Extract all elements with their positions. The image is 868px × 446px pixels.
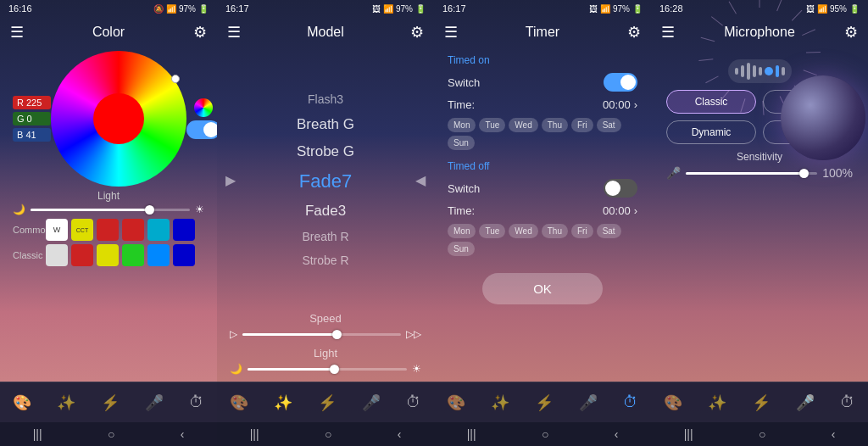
- nav-effects-icon-3[interactable]: ✨: [487, 390, 513, 415]
- day-tue-on[interactable]: Tue: [479, 118, 505, 132]
- model-fade3[interactable]: Fade3: [225, 198, 426, 225]
- day-fri-off[interactable]: Fri: [571, 224, 593, 238]
- sys-back-btn[interactable]: ‹: [181, 427, 185, 441]
- nav-power-icon[interactable]: ⚡: [97, 390, 123, 415]
- sys-back-btn-4[interactable]: ‹: [832, 427, 836, 441]
- timer-switch-row-2: Switch: [448, 179, 637, 198]
- ok-button[interactable]: OK: [482, 273, 603, 304]
- day-sun-off[interactable]: Sun: [448, 242, 475, 256]
- day-mon-on[interactable]: Mon: [448, 118, 476, 132]
- model-flash3[interactable]: Flash3: [225, 87, 426, 111]
- color-panel: 16:16 🔕 📶 97% 🔋 ☰ Color ⚙ R 225 G 0 B 41: [0, 0, 217, 446]
- swatch-blue[interactable]: [173, 219, 195, 241]
- model-strober[interactable]: Strobe R: [225, 248, 426, 272]
- light-slider-2[interactable]: [248, 368, 407, 371]
- light-slider[interactable]: [31, 209, 190, 211]
- nav-power-icon-2[interactable]: ⚡: [314, 390, 340, 415]
- nav-mic-icon-4[interactable]: 🎤: [793, 390, 818, 415]
- nav-mic-icon-3[interactable]: 🎤: [576, 390, 601, 415]
- timer-off-toggle[interactable]: [604, 179, 637, 198]
- timer-on-toggle[interactable]: [604, 73, 637, 92]
- svg-line-15: [729, 2, 737, 14]
- swatch-white[interactable]: [46, 244, 68, 266]
- day-sun-on[interactable]: Sun: [448, 136, 475, 150]
- model-strobeg[interactable]: Strobe G: [225, 138, 426, 165]
- sensitivity-slider[interactable]: [686, 172, 817, 175]
- day-fri-on[interactable]: Fri: [571, 118, 593, 132]
- nav-timer-icon-3[interactable]: ⏱: [620, 390, 642, 415]
- nav-effects-icon-4[interactable]: ✨: [704, 390, 730, 415]
- menu-icon-3[interactable]: ☰: [444, 23, 458, 42]
- day-sat-off[interactable]: Sat: [597, 224, 621, 238]
- settings-icon-3[interactable]: ⚙: [627, 23, 641, 42]
- sys-menu-btn-2[interactable]: |||: [250, 427, 259, 441]
- model-title: Model: [241, 25, 410, 40]
- mode-dynamic-btn[interactable]: Dynamic: [666, 120, 756, 144]
- nav-color-icon-3[interactable]: 🎨: [443, 390, 469, 415]
- nav-timer-icon[interactable]: ⏱: [186, 390, 208, 415]
- menu-icon[interactable]: ☰: [10, 23, 24, 42]
- sys-home-btn-2[interactable]: ○: [325, 427, 331, 441]
- color-wheel-container[interactable]: [51, 51, 186, 187]
- svg-line-12: [698, 59, 713, 61]
- nav-power-icon-4[interactable]: ⚡: [748, 390, 774, 415]
- color-wheel[interactable]: [51, 51, 186, 187]
- day-wed-off[interactable]: Wed: [509, 224, 537, 238]
- swatch-green[interactable]: [122, 244, 144, 266]
- swatch-red-1[interactable]: [97, 219, 119, 241]
- day-tue-off[interactable]: Tue: [479, 224, 505, 238]
- nav-timer-icon-2[interactable]: ⏱: [403, 390, 425, 415]
- day-thu-on[interactable]: Thu: [542, 118, 568, 132]
- sys-home-btn[interactable]: ○: [108, 427, 114, 441]
- swatch-cyan[interactable]: [147, 219, 170, 241]
- model-breathg[interactable]: Breath G: [225, 111, 426, 138]
- model-fade7[interactable]: Fade7: [225, 165, 426, 198]
- timer-time-value-1[interactable]: 00:00 ›: [603, 98, 637, 111]
- sensitivity-fill: [686, 172, 804, 175]
- swatch-red-2[interactable]: [122, 219, 144, 241]
- model-breathr[interactable]: Breath R: [225, 225, 426, 248]
- settings-icon-2[interactable]: ⚙: [410, 23, 424, 42]
- swatch-w[interactable]: W: [46, 219, 68, 241]
- menu-icon-2[interactable]: ☰: [227, 23, 241, 42]
- system-nav-4: ||| ○ ‹: [651, 422, 868, 446]
- nav-power-icon-3[interactable]: ⚡: [531, 390, 557, 415]
- swatch-darkblue[interactable]: [173, 244, 195, 266]
- day-mon-off[interactable]: Mon: [448, 224, 476, 238]
- settings-icon-4[interactable]: ⚙: [844, 23, 858, 42]
- sys-home-btn-4[interactable]: ○: [759, 427, 765, 441]
- settings-icon[interactable]: ⚙: [193, 23, 207, 42]
- rgb-values: R 225 G 0 B 41: [13, 96, 51, 142]
- sys-back-btn-3[interactable]: ‹: [615, 427, 619, 441]
- nav-effects-icon-2[interactable]: ✨: [270, 390, 296, 415]
- menu-icon-4[interactable]: ☰: [661, 23, 675, 42]
- bottom-nav-3: 🎨 ✨ ⚡ 🎤 ⏱: [434, 382, 651, 422]
- swatch-cct[interactable]: CCT: [71, 219, 93, 241]
- sys-home-btn-3[interactable]: ○: [542, 427, 548, 441]
- day-sat-on[interactable]: Sat: [597, 118, 621, 132]
- timer-time-value-2[interactable]: 00:00 ›: [603, 204, 637, 217]
- sys-menu-btn[interactable]: |||: [33, 427, 42, 441]
- nav-color-icon-2[interactable]: 🎨: [226, 390, 252, 415]
- power-toggle[interactable]: [186, 120, 217, 139]
- nav-color-icon[interactable]: 🎨: [9, 390, 35, 415]
- speed-slider[interactable]: [242, 333, 401, 336]
- nav-effects-icon[interactable]: ✨: [53, 390, 79, 415]
- nav-timer-icon-4[interactable]: ⏱: [837, 390, 859, 415]
- microphone-panel: 16:28 🖼📶95%🔋 ☰ Microphone ⚙: [651, 0, 868, 446]
- swatch-lightblue[interactable]: [147, 244, 170, 266]
- swatch-red-c[interactable]: [71, 244, 93, 266]
- day-wed-on[interactable]: Wed: [509, 118, 537, 132]
- sys-back-btn-2[interactable]: ‹: [398, 427, 402, 441]
- timed-off-label: Timed off: [448, 160, 637, 172]
- nav-mic-icon-2[interactable]: 🎤: [359, 390, 384, 415]
- day-thu-off[interactable]: Thu: [542, 224, 568, 238]
- model-arrow-right[interactable]: ◀: [415, 172, 426, 188]
- nav-mic-icon[interactable]: 🎤: [142, 390, 167, 415]
- nav-color-icon-4[interactable]: 🎨: [660, 390, 686, 415]
- sys-menu-btn-3[interactable]: |||: [467, 427, 476, 441]
- model-arrow-left[interactable]: ▶: [225, 172, 236, 188]
- sys-menu-btn-4[interactable]: |||: [684, 427, 693, 441]
- swatch-yellow[interactable]: [97, 244, 119, 266]
- model-header: ☰ Model ⚙: [217, 17, 434, 47]
